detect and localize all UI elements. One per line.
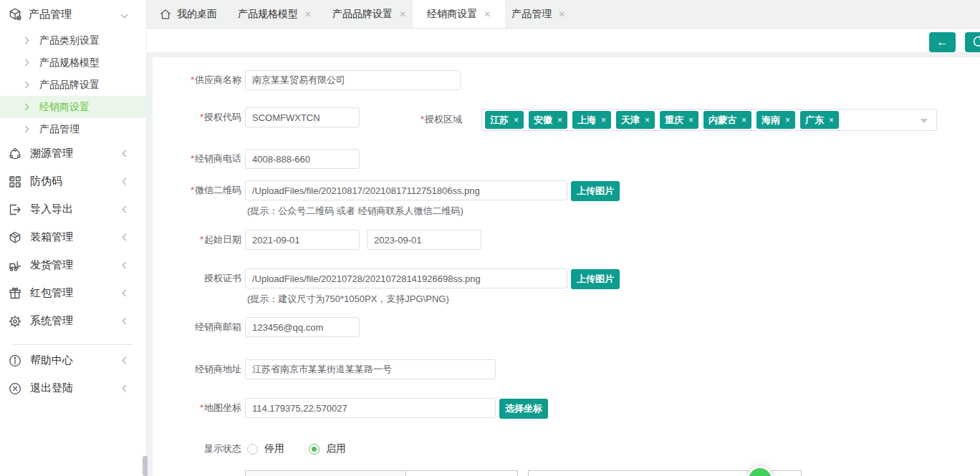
chevron-collapsed-icon xyxy=(123,385,130,392)
sidebar-item-anticounterfeit[interactable]: 防伪码 xyxy=(0,167,147,195)
remove-tag-icon[interactable]: × xyxy=(557,115,562,125)
auth-code-label: *授权代码 xyxy=(161,107,241,127)
sidebar-item-dealer-settings[interactable]: 经销商设置 xyxy=(0,96,147,118)
sidebar-group-product-management[interactable]: 产品管理 xyxy=(0,1,147,27)
sidebar-item-label: 帮助中心 xyxy=(30,354,123,367)
wechat-qr-input[interactable] xyxy=(245,180,567,200)
toolbar: ← xyxy=(147,29,980,52)
radio-disabled[interactable]: 停用 xyxy=(247,442,284,455)
dealer-address-label: 经销商地址 xyxy=(161,359,241,379)
auth-cert-input[interactable] xyxy=(245,268,567,288)
refresh-button[interactable] xyxy=(965,32,980,52)
supplier-name-input[interactable] xyxy=(245,70,461,90)
sidebar-item-help[interactable]: 帮助中心 xyxy=(0,346,147,374)
radio-circle-icon xyxy=(247,444,258,455)
region-tag: 江苏× xyxy=(485,111,524,129)
sidebar-divider xyxy=(13,344,133,345)
close-icon[interactable]: ✕ xyxy=(484,9,491,19)
logout-icon xyxy=(7,381,23,397)
dealer-phone-input[interactable] xyxy=(245,149,360,169)
auth-region-multiselect[interactable]: 江苏× 安徽× 上海× 天津× 重庆× 内蒙古× 海南× 广东× xyxy=(481,109,937,131)
sidebar-item-label: 导入导出 xyxy=(30,203,123,216)
required-mark: * xyxy=(200,402,203,413)
sidebar-item-label: 发货管理 xyxy=(30,258,123,272)
tab-product-manage[interactable]: 产品管理 ✕ xyxy=(511,0,565,28)
remove-tag-icon[interactable]: × xyxy=(645,115,650,125)
map-coords-label: *地图坐标 xyxy=(161,398,241,418)
tab-product-brand[interactable]: 产品品牌设置 ✕ xyxy=(332,0,406,28)
dealer-phone-label: *经销商电话 xyxy=(161,149,241,169)
remove-tag-icon[interactable]: × xyxy=(688,115,693,125)
sidebar-item-shipping[interactable]: 发货管理 xyxy=(0,251,147,279)
tab-product-spec[interactable]: 产品规格模型 ✕ xyxy=(238,0,312,28)
upload-cert-button[interactable]: 上传图片 xyxy=(571,269,620,289)
close-icon[interactable]: ✕ xyxy=(558,9,565,19)
import-export-icon xyxy=(7,202,23,218)
date-range-label: *起始日期 xyxy=(161,230,241,250)
dealer-email-input[interactable] xyxy=(245,317,360,337)
dealer-address-input[interactable] xyxy=(245,359,496,379)
sidebar-item-traceability[interactable]: 溯源管理 xyxy=(0,140,147,167)
back-arrow-icon: ← xyxy=(936,35,948,49)
chevron-right-icon xyxy=(22,37,29,44)
sidebar-item-label: 经销商设置 xyxy=(39,101,90,114)
sidebar-item-redpacket[interactable]: 红包管理 xyxy=(0,279,147,307)
auth-code-input[interactable] xyxy=(245,107,360,127)
dropdown-caret-icon xyxy=(921,119,928,123)
close-icon[interactable]: ✕ xyxy=(304,9,312,19)
sidebar-item-import-export[interactable]: 导入导出 xyxy=(0,195,147,223)
sidebar-item-label: 防伪码 xyxy=(30,175,123,188)
chevron-down-icon xyxy=(121,11,128,18)
sidebar-item-label: 装箱管理 xyxy=(30,230,123,244)
tab-home[interactable]: 我的桌面 xyxy=(159,0,217,28)
auth-cert-hint: (提示：建议尺寸为750*1050PX，支持JPG\PNG) xyxy=(247,293,449,306)
close-icon[interactable]: ✕ xyxy=(399,9,406,19)
sidebar-item-label: 红包管理 xyxy=(30,286,123,300)
auth-cert-label: 授权证书 xyxy=(161,268,241,288)
display-status-label: 显示状态 xyxy=(161,439,241,459)
map-coords-input[interactable] xyxy=(245,398,496,418)
sidebar-scrollbar[interactable] xyxy=(143,456,148,476)
required-mark: * xyxy=(200,112,203,122)
remove-tag-icon[interactable]: × xyxy=(785,115,790,125)
radio-enabled[interactable]: 启用 xyxy=(309,442,346,455)
chevron-right-icon xyxy=(22,82,29,89)
sidebar-item-product-brand[interactable]: 产品品牌设置 xyxy=(0,74,147,96)
floating-button[interactable] xyxy=(746,466,774,476)
chevron-collapsed-icon xyxy=(123,206,130,213)
region-tag: 重庆× xyxy=(660,111,698,129)
select-coords-button[interactable]: 选择坐标 xyxy=(499,399,548,419)
chevron-collapsed-icon xyxy=(123,262,130,269)
tab-dealer-settings[interactable]: 经销商设置 ✕ xyxy=(413,0,505,28)
remove-tag-icon[interactable]: × xyxy=(741,115,746,125)
sidebar-item-packing[interactable]: 装箱管理 xyxy=(0,223,147,251)
forklift-icon xyxy=(7,258,23,273)
required-mark: * xyxy=(200,234,203,245)
wechat-qr-hint: (提示：公众号二维码 或者 经销商联系人微信二维码) xyxy=(247,205,463,218)
region-tag: 海南× xyxy=(756,111,795,129)
sidebar-item-logout[interactable]: 退出登陆 xyxy=(0,374,147,402)
sidebar-item-label: 系统管理 xyxy=(30,314,123,328)
end-date-input[interactable] xyxy=(367,230,481,250)
tab-label: 产品规格模型 xyxy=(238,8,298,21)
sidebar-item-product-spec[interactable]: 产品规格模型 xyxy=(0,52,147,74)
sidebar-item-product-manage[interactable]: 产品管理 xyxy=(0,118,147,140)
chevron-collapsed-icon xyxy=(123,150,130,157)
sidebar-item-system[interactable]: 系统管理 xyxy=(0,307,147,335)
back-button[interactable]: ← xyxy=(929,32,956,52)
chevron-collapsed-icon xyxy=(123,290,130,297)
tab-bar: 我的桌面 产品规格模型 ✕ 产品品牌设置 ✕ 经销商设置 ✕ 产品管理 ✕ xyxy=(147,0,980,29)
remove-tag-icon[interactable]: × xyxy=(601,115,606,125)
sidebar: 产品管理 产品类别设置 产品规格模型 产品品牌设置 经销商设置 产品管理 溯源管… xyxy=(0,0,147,476)
sidebar-item-product-category[interactable]: 产品类别设置 xyxy=(0,29,147,52)
required-mark: * xyxy=(191,185,194,195)
remove-tag-icon[interactable]: × xyxy=(829,115,834,125)
chevron-collapsed-icon xyxy=(123,357,130,364)
dealer-email-label: 经销商邮箱 xyxy=(161,317,241,337)
upload-wechat-qr-button[interactable]: 上传图片 xyxy=(571,181,620,201)
cube-gear-icon xyxy=(7,6,23,22)
dealer-settings-form: *供应商名称 *授权代码 *授权区域 江苏× 安徽× 上海× 天津× 重庆× 内… xyxy=(153,57,980,476)
region-tag: 广东× xyxy=(800,111,839,129)
remove-tag-icon[interactable]: × xyxy=(514,115,519,125)
start-date-input[interactable] xyxy=(245,230,360,250)
